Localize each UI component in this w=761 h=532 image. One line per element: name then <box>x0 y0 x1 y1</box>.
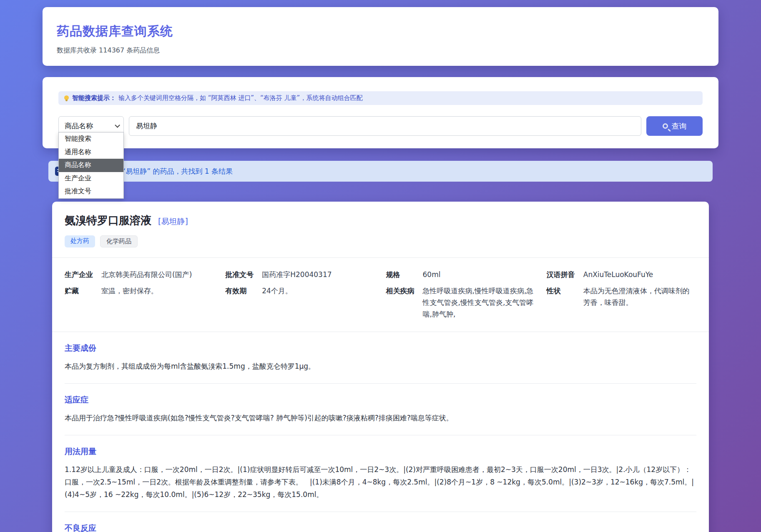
detail-label: 汉语拼音 <box>547 269 583 280</box>
search-button-label: 查询 <box>672 121 687 131</box>
tip-label: 智能搜索提示： <box>72 94 116 102</box>
drug-title-section: 氨溴特罗口服溶液 [易坦静] 处方药 化学药品 <box>52 202 709 257</box>
section-dosage: 用法用量 1.12岁以上儿童及成人：口服，一次20ml，一日2次。|(1)症状明… <box>65 435 696 512</box>
detail-value: AnXiuTeLuoKouFuYe <box>583 269 696 280</box>
detail-pinyin: 汉语拼音 AnXiuTeLuoKouFuYe <box>547 269 696 280</box>
smart-search-tip: 智能搜索提示： 输入多个关键词用空格分隔，如 “阿莫西林 进口”、“布洛芬 儿童… <box>58 91 703 105</box>
section-text: 1.12岁以上儿童及成人：口服，一次20ml，一日2次。|(1)症状明显好转后可… <box>65 463 696 501</box>
database-count-subtitle: 数据库共收录 114367 条药品信息 <box>57 46 704 55</box>
search-type-selected-value: 商品名称 <box>65 121 115 131</box>
detail-label: 性状 <box>547 285 583 297</box>
detail-label: 有效期 <box>225 285 262 297</box>
chevron-down-icon <box>115 122 120 128</box>
page-background: { "header": { "title": "药品数据库查询系统", "sub… <box>0 0 761 532</box>
section-indications: 适应症 本品用于治疗急?慢性呼吸道疾病(如急?慢性支气管炎?支气管哮喘? 肺气肿… <box>65 384 696 435</box>
section-title: 主要成份 <box>65 343 696 354</box>
detail-shelf-life: 有效期 24个月。 <box>225 285 375 320</box>
detail-value: 国药准字H20040317 <box>262 269 375 280</box>
tip-text: 输入多个关键词用空格分隔，如 “阿莫西林 进口”、“布洛芬 儿童”，系统将自动组… <box>118 94 362 102</box>
prescription-badge: 处方药 <box>65 235 95 247</box>
detail-storage: 贮藏 室温，密封保存。 <box>65 285 214 320</box>
dropdown-option-product-name[interactable]: 商品名称 <box>59 159 123 172</box>
drug-brand-alias: [易坦静] <box>158 216 188 227</box>
page-title: 药品数据库查询系统 <box>57 23 704 40</box>
search-input[interactable] <box>129 116 641 136</box>
dropdown-option-smart-search[interactable]: 智能搜索 <box>59 132 123 146</box>
detail-label: 相关疾病 <box>386 285 423 297</box>
section-title: 适应症 <box>65 395 696 405</box>
section-title: 用法用量 <box>65 446 696 457</box>
results-summary-bar: 商品名称中包含 “易坦静” 的药品，共找到 1 条结果 <box>48 161 713 182</box>
detail-label: 批准文号 <box>225 269 262 280</box>
dropdown-option-generic-name[interactable]: 通用名称 <box>59 146 123 159</box>
detail-value: 室温，密封保存。 <box>101 285 214 297</box>
dropdown-option-manufacturer[interactable]: 生产企业 <box>59 172 123 185</box>
search-icon <box>663 123 668 129</box>
detail-related-diseases: 相关疾病 急性呼吸道疾病,慢性呼吸道疾病,急性支气管炎,慢性支气管炎,支气管哮喘… <box>386 285 536 320</box>
detail-value: 60ml <box>423 269 536 280</box>
search-button[interactable]: 查询 <box>646 116 703 136</box>
detail-manufacturer: 生产企业 北京韩美药品有限公司(国产) <box>65 269 214 280</box>
drug-tags: 处方药 化学药品 <box>65 235 696 247</box>
section-main-ingredients: 主要成份 本品为复方制剂，其组成成份为每ml含盐酸氨溴索1.5mg，盐酸克仑特罗… <box>65 332 696 384</box>
section-text: 本品用于治疗急?慢性呼吸道疾病(如急?慢性支气管炎?支气管哮喘? 肺气肿等)引起… <box>65 412 696 424</box>
drug-info-sections: 主要成份 本品为复方制剂，其组成成份为每ml含盐酸氨溴索1.5mg，盐酸克仑特罗… <box>52 332 709 532</box>
section-text: 本品为复方制剂，其组成成份为每ml含盐酸氨溴索1.5mg，盐酸克仑特罗1μg。 <box>65 360 696 372</box>
detail-label: 规格 <box>386 269 423 280</box>
detail-label: 生产企业 <box>65 269 101 280</box>
detail-value: 急性呼吸道疾病,慢性呼吸道疾病,急性支气管炎,慢性支气管炎,支气管哮喘,肺气肿, <box>423 285 536 320</box>
detail-value: 24个月。 <box>262 285 375 297</box>
drug-result-card: 氨溴特罗口服溶液 [易坦静] 处方药 化学药品 生产企业 北京韩美药品有限公司(… <box>52 202 709 532</box>
search-type-dropdown: 智能搜索 通用名称 商品名称 生产企业 批准文号 <box>58 132 124 199</box>
dropdown-option-approval-number[interactable]: 批准文号 <box>59 185 123 198</box>
drug-name: 氨溴特罗口服溶液 <box>65 213 151 228</box>
section-title: 不良反应 <box>65 523 696 532</box>
header-card: 药品数据库查询系统 数据库共收录 114367 条药品信息 <box>43 7 718 66</box>
detail-specification: 规格 60ml <box>386 269 536 280</box>
detail-approval-number: 批准文号 国药准字H20040317 <box>225 269 375 280</box>
drug-details-grid: 生产企业 北京韩美药品有限公司(国产) 批准文号 国药准字H20040317 规… <box>52 257 709 332</box>
search-form: 商品名称 查询 <box>58 116 703 136</box>
section-adverse-reactions: 不良反应 1.精神神经系统：偶见头痛手颤嗜睡不安头晕失眠四肢麻木等。|2.循环系… <box>65 512 696 532</box>
lightbulb-icon <box>64 95 69 100</box>
detail-value: 北京韩美药品有限公司(国产) <box>101 269 214 280</box>
detail-label: 贮藏 <box>65 285 101 297</box>
detail-appearance: 性状 本品为无色澄清液体，代调味剂的芳香，味香甜。 <box>547 285 696 320</box>
detail-value: 本品为无色澄清液体，代调味剂的芳香，味香甜。 <box>583 285 696 308</box>
search-card: 智能搜索提示： 输入多个关键词用空格分隔，如 “阿莫西林 进口”、“布洛芬 儿童… <box>43 77 718 148</box>
chemical-drug-badge: 化学药品 <box>100 235 138 247</box>
